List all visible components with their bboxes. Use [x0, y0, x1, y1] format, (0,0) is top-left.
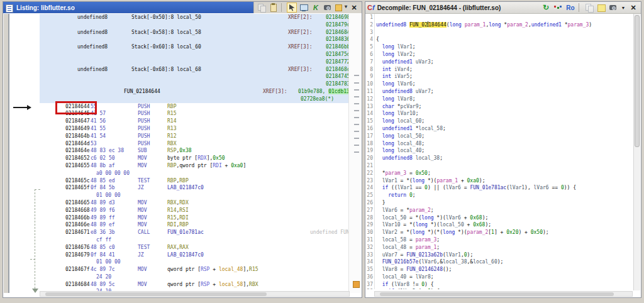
listing-row[interactable]: a0 00 00 00 [40, 170, 350, 177]
camera-icon[interactable] [608, 3, 618, 13]
listing-row[interactable]: undefined8Stack[-0x50]:8 local_50XREF[2]… [40, 14, 350, 21]
close-icon[interactable]: ✕ [628, 3, 638, 13]
listing-row[interactable]: FUN_02184644XREF[3]:01b9e788, 01cdb130 [40, 88, 350, 96]
listing-row[interactable]: 0218479c( [40, 21, 350, 29]
decompile-line[interactable]: 34 FUN_0216b57e(lVar6,&local_38,&local_6… [366, 258, 633, 266]
listing-row[interactable]: undefined8Stack[-0x60]:8 local_60XREF[3]… [40, 43, 350, 51]
listing-row[interactable]: 0218467648 85 c0TESTRAX,RAX [40, 244, 350, 251]
decompile-line[interactable]: 36 local_40 = lVar8; [366, 273, 633, 281]
decompile-line[interactable]: 27 lVar6 = *param_2; [366, 207, 633, 214]
decompile-line[interactable]: 19 long local_40; [366, 147, 633, 155]
listing-row[interactable]: 0218466b49 89 ffMOVR15,RDI [40, 214, 350, 222]
overview-tick[interactable] [354, 103, 359, 104]
listing-row[interactable]: 0218464941 55PUSHR13 [40, 125, 350, 133]
decompile-vscrollbar[interactable] [633, 14, 640, 290]
refresh-icon[interactable]: ↻ [541, 3, 551, 13]
decompile-line[interactable]: 30 lVar2 = *(long *)(*(long *)(param_2[1… [366, 229, 633, 236]
decompile-line[interactable]: 18 long local_48; [366, 140, 633, 148]
listing-row[interactable]: 02184783( [40, 80, 350, 88]
decompile-line[interactable]: 38 if (lVar2 != 0) { [366, 288, 633, 289]
decompile-line[interactable]: 1 [366, 14, 633, 21]
copy-icon[interactable] [584, 3, 594, 13]
listing-row[interactable]: 0218475d( [40, 51, 350, 58]
decompile-line[interactable]: 6 long lVar2; [366, 51, 633, 58]
decompile-line[interactable]: 29 lVar10 = *(long *)(local_50 + 0x68); [366, 221, 633, 229]
decompile-line[interactable]: 15 long local_60; [366, 118, 633, 125]
decompile-line[interactable]: 12 long lVar8; [366, 96, 633, 103]
listing-row[interactable]: 02184671e8 36 3bCALLFUN_01e781acundefine… [40, 229, 350, 236]
overview-tick[interactable] [354, 82, 359, 84]
listing-row[interactable]: undefined8Stack[-0x68]:8 local_68XREF[3]… [40, 66, 350, 74]
overview-tick[interactable] [354, 89, 359, 91]
overview-tick[interactable] [354, 145, 359, 146]
paste-icon[interactable] [269, 3, 279, 13]
listing-row[interactable]: 0218465f0f 84 5bJZLAB_021847c0 [40, 184, 350, 192]
listing-row[interactable]: 02184652c6 02 50MOVbyte ptr [RDX],0x50 [40, 155, 350, 162]
listing-row[interactable]: 02184836( [40, 36, 350, 43]
dropdown-arrow-icon[interactable]: ▼ [620, 3, 626, 13]
decompile-line[interactable]: 14 long lVar10; [366, 110, 633, 118]
listing-row[interactable]: 0218468448 89 5cMOVqword ptr [RSP + loca… [40, 281, 350, 289]
decompile-line[interactable]: 11 undefined8 uVar7; [366, 88, 633, 96]
listing-row[interactable]: 0218464d53PUSHRBX [40, 140, 350, 148]
decompile-line[interactable]: 5 long lVar1; [366, 43, 633, 51]
overview-tick[interactable] [354, 152, 359, 153]
listing-row[interactable]: 0218465c48 85 edTESTRBP,RBP [40, 177, 350, 185]
listing-row[interactable]: 0218466849 89 f6MOVR14,RSI [40, 207, 350, 214]
decompile-line[interactable]: 13 char *pcVar9; [366, 103, 633, 111]
overview-tick[interactable] [354, 131, 359, 132]
decompile-line[interactable]: 4{ [366, 36, 633, 43]
decompile-line[interactable]: 7 undefined1 uVar3; [366, 58, 633, 66]
decompile-hscrollbar-thumb[interactable] [380, 292, 614, 296]
overview-tick[interactable] [354, 75, 359, 76]
decompile-line[interactable]: 2undefined8 FUN_02184644(long param_1,lo… [366, 21, 633, 29]
listing-row[interactable]: 24 20 [40, 273, 350, 281]
decompile-line[interactable]: 22 *param_3 = 0x50; [366, 170, 633, 177]
listing-row[interactable]: 021846790f 84 41JZLAB_021847c0 [40, 251, 350, 259]
bookmark-marker[interactable] [353, 281, 360, 288]
decompile-hscrollbar[interactable] [374, 291, 633, 297]
listing-row[interactable]: 01 00 00 [40, 192, 350, 199]
decompile-line[interactable]: 24 if ((lVar1 == 0) || (lVar6 = FUN_01e7… [366, 184, 633, 192]
decompile-line[interactable]: 26 } [366, 199, 633, 207]
camera-icon[interactable] [323, 3, 333, 13]
listing-hscrollbar-thumb[interactable] [45, 292, 267, 296]
decompile-line[interactable]: 25 return 0; [366, 192, 633, 199]
overview-tick[interactable] [354, 138, 359, 139]
decompile-line[interactable]: 8 int iVar4; [366, 66, 633, 74]
ro-icon[interactable]: Ro [565, 3, 576, 13]
decompile-line[interactable]: 17 long local_50; [366, 133, 633, 140]
listing-row[interactable]: 0218464b41 54PUSHR12 [40, 133, 350, 140]
decompile-line[interactable]: 3 [366, 29, 633, 36]
overview-tick[interactable] [354, 96, 359, 97]
decompile-line[interactable]: 33 uVar7 = FUN_0213a62b(lVar1,0); [366, 251, 633, 259]
display-snapshot-icon[interactable] [299, 3, 309, 13]
decompile-line[interactable]: 10 long lVar6; [366, 80, 633, 88]
copy-icon[interactable] [257, 3, 267, 13]
listing-hscrollbar[interactable] [40, 291, 350, 297]
overview-tick[interactable] [354, 117, 359, 118]
decompile-line[interactable]: 28 local_50 = *(long *)(lVar6 + 0x68); [366, 214, 633, 222]
decompile-line[interactable]: 21 [366, 162, 633, 170]
decompile-line[interactable]: 20 undefined8 local_38; [366, 155, 633, 162]
decompile-line[interactable]: 23 lVar1 = *(long *)(param_1 + 0xa0); [366, 177, 633, 185]
graph-icon[interactable] [553, 3, 563, 13]
decompile-line[interactable]: 37 if (lVar8 != 0) { [366, 281, 633, 289]
decompile-line[interactable]: 35 lVar8 = FUN_02146248(); [366, 266, 633, 273]
listing-row[interactable]: undefined8Stack[-0x58]:8 local_58XREF[2]… [40, 29, 350, 36]
decompile-line[interactable]: 32 local_48 = param_1; [366, 244, 633, 251]
listing-row[interactable]: 0218464e48 83 ec 38SUBRSP,0x38 [40, 147, 350, 155]
diff-view-icon[interactable]: K [311, 3, 321, 13]
overview-tick[interactable] [354, 124, 359, 125]
edit-note-icon[interactable]: ✎ [596, 3, 606, 13]
close-icon[interactable]: ✕ [349, 3, 359, 13]
listing-row[interactable]: 0218465548 8b afMOVRBP,qword ptr [RDI + … [40, 162, 350, 170]
listing-row[interactable]: 0218464741 56PUSHR14 [40, 118, 350, 125]
cursor-mode-icon[interactable] [287, 3, 297, 13]
decompile-line[interactable]: 16 undefined1 *local_58; [366, 125, 633, 133]
listing-row[interactable]: 0218466548 89 d3MOVRBX,RDX [40, 199, 350, 207]
decompile-line[interactable]: 9 int iVar5; [366, 73, 633, 80]
listing-row[interactable]: cf ff [40, 236, 350, 244]
decompile-line[interactable]: 31 local_58 = param_3; [366, 236, 633, 244]
overview-tick[interactable] [354, 110, 359, 111]
